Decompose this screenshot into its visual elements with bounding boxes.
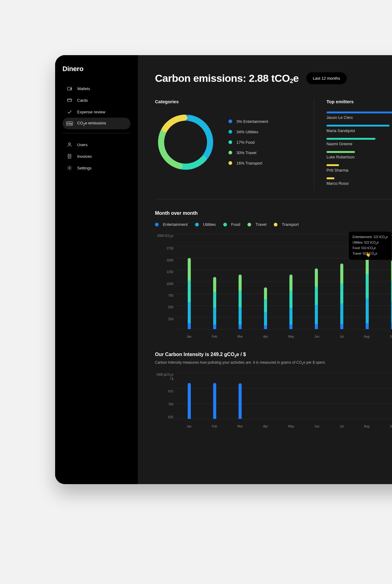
x-tick: Jan <box>187 425 191 428</box>
bar[interactable] <box>340 264 343 329</box>
mom-plot: JanFebMarAprMayJunJulAugSep Entertainmen… <box>176 234 392 338</box>
x-tick: May <box>288 425 294 428</box>
gear-icon <box>67 165 72 171</box>
y-tick: 875 <box>155 390 173 393</box>
legend-dot <box>228 140 232 144</box>
emitter-name: Maria Sandqvist <box>326 128 392 133</box>
y-tick: 2000 tCO2e <box>155 234 173 238</box>
y-tick: 750 <box>155 403 173 406</box>
sidebar-item-co2-emissions[interactable]: CO₂ CO2e emissions <box>62 118 130 129</box>
legend-item[interactable]: Food <box>223 222 240 227</box>
mom-y-axis: 2000 tCO2e1750150012501000750500250 <box>155 234 176 338</box>
y-tick: 1750 <box>155 247 173 250</box>
bar[interactable] <box>366 250 369 329</box>
bar[interactable] <box>289 275 292 329</box>
bar[interactable] <box>264 287 267 329</box>
legend-item[interactable]: 34% Utilities <box>228 130 268 134</box>
y-tick: 1250 <box>155 270 173 274</box>
bar[interactable] <box>239 275 242 329</box>
x-tick: Feb <box>212 335 217 338</box>
legend-item[interactable]: Transport <box>274 222 299 227</box>
y-tick: 750 <box>155 294 173 297</box>
legend-label: Entertainment <box>163 222 188 227</box>
x-tick: Sep <box>390 335 392 338</box>
svg-rect-2 <box>67 99 72 102</box>
bar[interactable] <box>213 277 216 329</box>
wallet-icon <box>67 86 72 91</box>
intensity-x-axis: JanFebMarAprMayJunJulAugSep <box>176 425 392 428</box>
panel-categories: Categories 3% Entertainment34% Utilities… <box>155 99 314 191</box>
legend-item[interactable]: 30% Travel <box>228 150 268 155</box>
emitter-bar <box>326 112 392 113</box>
sidebar-item-label: Settings <box>77 166 92 170</box>
emitter-name: Jason Le Clerc <box>326 115 392 120</box>
legend-item[interactable]: 3% Entertainment <box>228 119 268 124</box>
mom-chart[interactable]: 2000 tCO2e1750150012501000750500250 JanF… <box>155 234 392 338</box>
legend-label: Food <box>231 222 240 227</box>
legend-label: 16% Transport <box>236 161 262 165</box>
svg-point-4 <box>69 143 70 145</box>
sidebar-item-expense-review[interactable]: Expense review <box>62 106 130 118</box>
emitter-name: Priti Sharma <box>326 168 392 173</box>
intensity-chart[interactable]: 1000 gCO2e / $875750625 JanFebMarAprMayJ… <box>155 373 392 428</box>
page-title-prefix: Carbon emissions: <box>155 72 249 84</box>
x-tick: Jun <box>315 425 319 428</box>
sidebar-item-cards[interactable]: Cards <box>62 94 130 106</box>
emitter-row[interactable]: Marco Rossi <box>326 177 392 186</box>
brand-logo: Dinero <box>62 65 130 73</box>
legend-label: 30% Travel <box>236 150 256 155</box>
panel-top-emitters: Top emitters Jason Le ClercMaria Sandqvi… <box>326 99 392 191</box>
bar[interactable] <box>239 383 242 419</box>
svg-point-9 <box>69 167 70 169</box>
legend-label: 34% Utilities <box>236 130 258 134</box>
sidebar-item-settings[interactable]: Settings <box>62 162 130 174</box>
intensity-desc: Carbon Intensity measures how polluting … <box>155 360 392 365</box>
emitter-name: Luke Robertson <box>326 155 392 159</box>
bar[interactable] <box>188 383 191 419</box>
x-tick: Aug <box>364 335 370 338</box>
emitter-row[interactable]: Luke Robertson <box>326 151 392 159</box>
mom-x-axis: JanFebMarAprMayJunJulAugSep <box>176 335 392 338</box>
x-tick: Apr <box>263 335 268 338</box>
categories-donut-chart[interactable] <box>155 112 216 173</box>
legend-dot <box>195 223 199 226</box>
legend-item[interactable]: Entertainment <box>155 222 188 227</box>
bar[interactable] <box>315 268 318 329</box>
invoice-icon <box>67 154 72 159</box>
legend-item[interactable]: 17% Food <box>228 140 268 145</box>
sidebar-item-label: Users <box>77 142 88 147</box>
legend-item[interactable]: 16% Transport <box>228 161 268 165</box>
y-tick: 1000 <box>155 282 173 286</box>
x-tick: Sep <box>390 425 392 428</box>
period-selector[interactable]: Last 12 months <box>306 72 347 84</box>
sidebar-item-invoices[interactable]: Invoices <box>62 150 130 162</box>
x-tick: Apr <box>263 425 268 428</box>
emitter-bar <box>326 125 390 127</box>
sidebar-item-label: CO2e emissions <box>77 121 106 126</box>
mom-legend: EntertainmentUtilitiesFoodTravelTranspor… <box>155 222 392 227</box>
check-icon <box>67 109 72 115</box>
emitter-bar <box>326 138 375 140</box>
x-tick: Jul <box>340 335 344 338</box>
emitter-row[interactable]: Maria Sandqvist <box>326 125 392 133</box>
categories-legend: 3% Entertainment34% Utilities17% Food30%… <box>228 119 268 165</box>
sidebar-item-users[interactable]: Users <box>62 139 130 150</box>
emitters-list: Jason Le ClercMaria SandqvistNaomi Green… <box>326 112 392 186</box>
emitter-row[interactable]: Jason Le Clerc <box>326 112 392 120</box>
bar[interactable] <box>213 383 216 419</box>
emitter-row[interactable]: Naomi Greene <box>326 138 392 146</box>
emitter-bar <box>326 164 339 166</box>
x-tick: Jul <box>340 425 344 428</box>
bar[interactable] <box>188 258 191 329</box>
x-tick: Mar <box>238 335 243 338</box>
legend-dot <box>247 223 251 226</box>
categories-title: Categories <box>155 99 302 104</box>
legend-item[interactable]: Travel <box>247 222 266 227</box>
legend-dot <box>228 161 232 165</box>
sidebar-item-wallets[interactable]: Wallets <box>62 83 130 94</box>
legend-item[interactable]: Utilities <box>195 222 216 227</box>
y-tick: 625 <box>155 415 173 419</box>
emitter-row[interactable]: Priti Sharma <box>326 164 392 173</box>
y-tick: 1000 gCO2e / $ <box>155 373 173 381</box>
emitters-title: Top emitters <box>326 99 392 104</box>
